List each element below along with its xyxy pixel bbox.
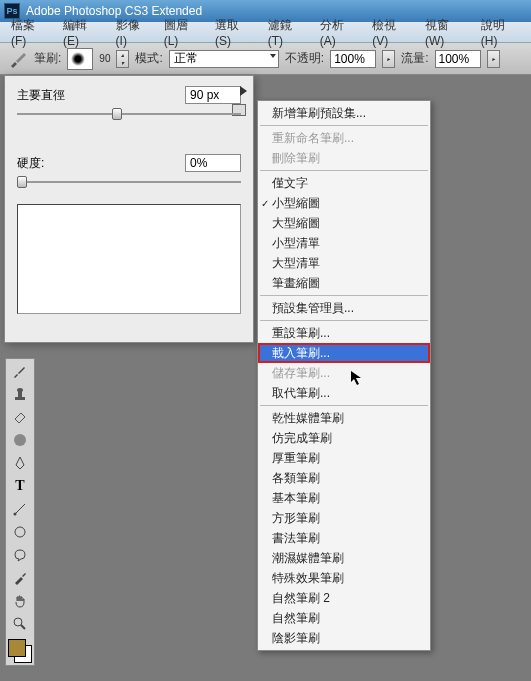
menu-item[interactable]: 僅文字 — [258, 173, 430, 193]
menu-item[interactable]: 取代筆刷... — [258, 383, 430, 403]
menu-separator — [260, 295, 428, 296]
menu-item[interactable]: 影像(I) — [109, 15, 157, 50]
svg-line-7 — [21, 625, 25, 629]
svg-rect-0 — [15, 397, 25, 400]
menu-separator — [260, 405, 428, 406]
menu-item[interactable]: 特殊效果筆刷 — [258, 568, 430, 588]
menu-item[interactable]: 大型清單 — [258, 253, 430, 273]
svg-point-5 — [15, 527, 25, 537]
menu-item[interactable]: 載入筆刷... — [258, 343, 430, 363]
flyout-menu-icon[interactable] — [240, 86, 247, 96]
menu-item[interactable]: 視窗(W) — [418, 15, 474, 50]
opacity-label: 不透明: — [285, 50, 324, 67]
menu-item[interactable]: 仿完成筆刷 — [258, 428, 430, 448]
shape-tool[interactable] — [6, 520, 34, 543]
brush-flyout-menu: 新增筆刷預設集...重新命名筆刷...刪除筆刷僅文字小型縮圖大型縮圖小型清單大型… — [257, 100, 431, 651]
notes-tool[interactable] — [6, 543, 34, 566]
svg-point-4 — [14, 512, 17, 515]
menu-item[interactable]: 預設集管理員... — [258, 298, 430, 318]
flow-input[interactable]: 100% — [435, 50, 481, 68]
menu-item[interactable]: 陰影筆刷 — [258, 628, 430, 648]
diameter-input[interactable]: 90 px — [185, 86, 241, 104]
brush-preset-panel: 主要直徑 90 px 硬度: 0% — [4, 75, 254, 343]
menu-item[interactable]: 筆畫縮圖 — [258, 273, 430, 293]
menu-item[interactable]: 分析(A) — [313, 15, 366, 50]
type-tool[interactable]: T — [6, 474, 34, 497]
menu-item[interactable]: 檢視(V) — [365, 15, 418, 50]
path-tool[interactable] — [6, 497, 34, 520]
flow-label: 流量: — [401, 50, 428, 67]
menu-item[interactable]: 編輯(E) — [56, 15, 109, 50]
menu-item[interactable]: 濾鏡(T) — [261, 15, 313, 50]
zoom-tool[interactable] — [6, 612, 34, 635]
svg-point-6 — [14, 618, 22, 626]
menu-item[interactable]: 大型縮圖 — [258, 213, 430, 233]
stamp-tool[interactable] — [6, 382, 34, 405]
menu-item[interactable]: 檔案(F) — [4, 15, 56, 50]
eraser-tool[interactable] — [6, 405, 34, 428]
menu-item[interactable]: 潮濕媒體筆刷 — [258, 548, 430, 568]
menu-separator — [260, 320, 428, 321]
menubar: 檔案(F)編輯(E)影像(I)圖層(L)選取(S)濾鏡(T)分析(A)檢視(V)… — [0, 22, 531, 43]
opacity-spinner[interactable]: ▸ — [382, 50, 395, 68]
brush-label: 筆刷: — [34, 50, 61, 67]
menu-item: 儲存筆刷... — [258, 363, 430, 383]
svg-point-3 — [14, 434, 26, 446]
mode-label: 模式: — [135, 50, 162, 67]
diameter-label: 主要直徑 — [17, 87, 77, 104]
brush-tool-icon — [8, 49, 28, 69]
menu-item[interactable]: 重設筆刷... — [258, 323, 430, 343]
menu-item[interactable]: 小型縮圖 — [258, 193, 430, 213]
hardness-input[interactable]: 0% — [185, 154, 241, 172]
menu-item[interactable]: 自然筆刷 2 — [258, 588, 430, 608]
toolbox: T — [5, 358, 35, 666]
flow-spinner[interactable]: ▸ — [487, 50, 500, 68]
menu-item[interactable]: 小型清單 — [258, 233, 430, 253]
hand-tool[interactable] — [6, 589, 34, 612]
menu-item[interactable]: 方形筆刷 — [258, 508, 430, 528]
svg-point-2 — [17, 388, 23, 392]
diameter-slider[interactable] — [17, 106, 241, 122]
menu-item[interactable]: 基本筆刷 — [258, 488, 430, 508]
brush-tool[interactable] — [6, 359, 34, 382]
opacity-input[interactable]: 100% — [330, 50, 376, 68]
menu-item[interactable]: 新增筆刷預設集... — [258, 103, 430, 123]
menu-item[interactable]: 圖層(L) — [157, 15, 208, 50]
color-swatches[interactable] — [6, 637, 34, 665]
menu-separator — [260, 170, 428, 171]
menu-item: 重新命名筆刷... — [258, 128, 430, 148]
hardness-slider[interactable] — [17, 174, 241, 190]
menu-item: 刪除筆刷 — [258, 148, 430, 168]
brush-preset-thumb[interactable] — [67, 48, 93, 70]
menu-item[interactable]: 厚重筆刷 — [258, 448, 430, 468]
menu-item[interactable]: 各類筆刷 — [258, 468, 430, 488]
eyedropper-tool[interactable] — [6, 566, 34, 589]
pen-tool[interactable] — [6, 451, 34, 474]
menu-item[interactable]: 乾性媒體筆刷 — [258, 408, 430, 428]
brush-size-readout: 90 — [99, 53, 110, 64]
brush-preview-area — [17, 204, 241, 314]
hardness-label: 硬度: — [17, 155, 77, 172]
menu-item[interactable]: 說明(H) — [474, 15, 527, 50]
brush-size-spinner[interactable]: ▴▾ — [116, 50, 129, 68]
menu-item[interactable]: 選取(S) — [208, 15, 261, 50]
mode-select[interactable]: 正常 — [169, 50, 279, 68]
menu-item[interactable]: 書法筆刷 — [258, 528, 430, 548]
menu-item[interactable]: 自然筆刷 — [258, 608, 430, 628]
gradient-tool[interactable] — [6, 428, 34, 451]
menu-separator — [260, 125, 428, 126]
